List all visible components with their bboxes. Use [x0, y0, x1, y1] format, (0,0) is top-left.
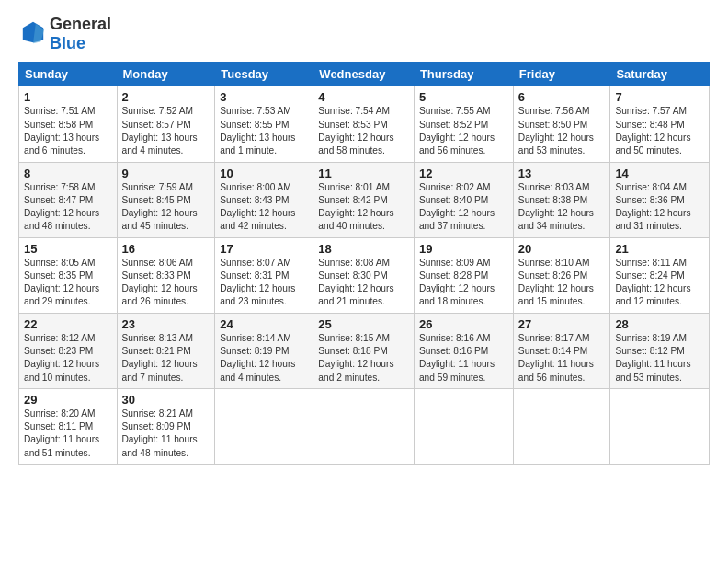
calendar-cell: 22Sunrise: 8:12 AMSunset: 8:23 PMDayligh…: [19, 313, 118, 388]
day-info: Sunrise: 8:01 AMSunset: 8:42 PMDaylight:…: [318, 181, 409, 234]
day-number: 26: [419, 317, 508, 331]
page: General Blue SundayMondayTuesdayWednesda…: [0, 0, 728, 474]
logo-icon: [20, 19, 46, 45]
day-info: Sunrise: 8:16 AMSunset: 8:16 PMDaylight:…: [419, 332, 508, 385]
day-number: 5: [419, 90, 508, 104]
calendar-cell: 3Sunrise: 7:53 AMSunset: 8:55 PMDaylight…: [215, 86, 313, 162]
logo-general: General: [50, 15, 111, 33]
day-number: 22: [24, 317, 112, 331]
calendar-cell: 19Sunrise: 8:09 AMSunset: 8:28 PMDayligh…: [414, 237, 513, 313]
weekday-header: Sunday: [19, 63, 118, 86]
day-number: 24: [220, 317, 308, 331]
day-info: Sunrise: 8:12 AMSunset: 8:23 PMDaylight:…: [24, 332, 112, 385]
day-info: Sunrise: 7:52 AMSunset: 8:57 PMDaylight:…: [122, 105, 210, 157]
weekday-header: Saturday: [610, 63, 710, 86]
calendar-cell: 30Sunrise: 8:21 AMSunset: 8:09 PMDayligh…: [117, 388, 215, 464]
day-info: Sunrise: 7:55 AMSunset: 8:52 PMDaylight:…: [419, 105, 508, 157]
day-info: Sunrise: 8:20 AMSunset: 8:11 PMDaylight:…: [24, 408, 112, 460]
calendar-cell: 7Sunrise: 7:57 AMSunset: 8:48 PMDaylight…: [610, 86, 710, 162]
day-number: 10: [220, 167, 308, 180]
logo-blue: Blue: [50, 34, 85, 52]
calendar-header-row: SundayMondayTuesdayWednesdayThursdayFrid…: [19, 63, 710, 86]
day-number: 11: [318, 167, 409, 180]
calendar-cell: 24Sunrise: 8:14 AMSunset: 8:19 PMDayligh…: [215, 313, 313, 388]
header: General Blue: [18, 15, 710, 52]
calendar-cell: 16Sunrise: 8:06 AMSunset: 8:33 PMDayligh…: [117, 237, 215, 313]
weekday-header: Friday: [513, 63, 610, 86]
day-number: 29: [24, 393, 112, 407]
calendar-week-row: 8Sunrise: 7:58 AMSunset: 8:47 PMDaylight…: [19, 162, 710, 237]
calendar-week-row: 29Sunrise: 8:20 AMSunset: 8:11 PMDayligh…: [19, 388, 710, 464]
day-info: Sunrise: 8:08 AMSunset: 8:30 PMDaylight:…: [318, 257, 409, 309]
day-number: 25: [318, 317, 409, 331]
calendar-cell: 8Sunrise: 7:58 AMSunset: 8:47 PMDaylight…: [19, 162, 118, 237]
day-number: 15: [24, 242, 112, 256]
calendar-cell: [513, 388, 610, 464]
day-info: Sunrise: 8:05 AMSunset: 8:35 PMDaylight:…: [24, 257, 112, 309]
calendar-cell: 13Sunrise: 8:03 AMSunset: 8:38 PMDayligh…: [513, 162, 610, 237]
day-info: Sunrise: 7:54 AMSunset: 8:53 PMDaylight:…: [318, 105, 409, 157]
logo: General Blue: [18, 15, 111, 52]
day-number: 16: [122, 242, 210, 256]
day-number: 6: [518, 90, 606, 104]
calendar-cell: 6Sunrise: 7:56 AMSunset: 8:50 PMDaylight…: [513, 86, 610, 162]
calendar-cell: 10Sunrise: 8:00 AMSunset: 8:43 PMDayligh…: [215, 162, 313, 237]
day-info: Sunrise: 8:17 AMSunset: 8:14 PMDaylight:…: [518, 332, 606, 385]
day-number: 27: [518, 317, 606, 331]
calendar-cell: 5Sunrise: 7:55 AMSunset: 8:52 PMDaylight…: [414, 86, 513, 162]
calendar-cell: 25Sunrise: 8:15 AMSunset: 8:18 PMDayligh…: [313, 313, 415, 388]
calendar-week-row: 1Sunrise: 7:51 AMSunset: 8:58 PMDaylight…: [19, 86, 710, 162]
calendar-cell: 2Sunrise: 7:52 AMSunset: 8:57 PMDaylight…: [117, 86, 215, 162]
day-number: 8: [24, 167, 112, 180]
day-number: 3: [220, 90, 308, 104]
day-number: 12: [419, 167, 508, 180]
calendar-cell: [313, 388, 415, 464]
calendar-cell: 15Sunrise: 8:05 AMSunset: 8:35 PMDayligh…: [19, 237, 118, 313]
calendar-cell: 4Sunrise: 7:54 AMSunset: 8:53 PMDaylight…: [313, 86, 415, 162]
day-number: 2: [122, 90, 210, 104]
calendar-week-row: 22Sunrise: 8:12 AMSunset: 8:23 PMDayligh…: [19, 313, 710, 388]
day-info: Sunrise: 7:58 AMSunset: 8:47 PMDaylight:…: [24, 181, 112, 234]
day-number: 1: [24, 90, 112, 104]
day-info: Sunrise: 8:13 AMSunset: 8:21 PMDaylight:…: [122, 332, 210, 385]
day-info: Sunrise: 8:07 AMSunset: 8:31 PMDaylight:…: [220, 257, 308, 309]
day-info: Sunrise: 8:10 AMSunset: 8:26 PMDaylight:…: [518, 257, 606, 309]
day-info: Sunrise: 7:57 AMSunset: 8:48 PMDaylight:…: [615, 105, 704, 157]
calendar-cell: 20Sunrise: 8:10 AMSunset: 8:26 PMDayligh…: [513, 237, 610, 313]
day-number: 30: [122, 393, 210, 407]
calendar-cell: 23Sunrise: 8:13 AMSunset: 8:21 PMDayligh…: [117, 313, 215, 388]
weekday-header: Tuesday: [215, 63, 313, 86]
calendar-cell: 18Sunrise: 8:08 AMSunset: 8:30 PMDayligh…: [313, 237, 415, 313]
day-info: Sunrise: 7:56 AMSunset: 8:50 PMDaylight:…: [518, 105, 606, 157]
day-number: 7: [615, 90, 704, 104]
day-info: Sunrise: 8:15 AMSunset: 8:18 PMDaylight:…: [318, 332, 409, 385]
day-number: 21: [615, 242, 704, 256]
calendar-cell: [215, 388, 313, 464]
calendar-cell: 17Sunrise: 8:07 AMSunset: 8:31 PMDayligh…: [215, 237, 313, 313]
calendar-cell: 12Sunrise: 8:02 AMSunset: 8:40 PMDayligh…: [414, 162, 513, 237]
day-info: Sunrise: 7:59 AMSunset: 8:45 PMDaylight:…: [122, 181, 210, 234]
calendar-cell: 27Sunrise: 8:17 AMSunset: 8:14 PMDayligh…: [513, 313, 610, 388]
weekday-header: Wednesday: [313, 63, 415, 86]
weekday-header: Thursday: [414, 63, 513, 86]
day-info: Sunrise: 8:09 AMSunset: 8:28 PMDaylight:…: [419, 257, 508, 309]
day-number: 4: [318, 90, 409, 104]
day-number: 13: [518, 167, 606, 180]
day-number: 17: [220, 242, 308, 256]
day-number: 23: [122, 317, 210, 331]
day-info: Sunrise: 8:02 AMSunset: 8:40 PMDaylight:…: [419, 181, 508, 234]
day-info: Sunrise: 8:00 AMSunset: 8:43 PMDaylight:…: [220, 181, 308, 234]
calendar-cell: 14Sunrise: 8:04 AMSunset: 8:36 PMDayligh…: [610, 162, 710, 237]
day-number: 18: [318, 242, 409, 256]
calendar-cell: 28Sunrise: 8:19 AMSunset: 8:12 PMDayligh…: [610, 313, 710, 388]
weekday-header: Monday: [117, 63, 215, 86]
calendar-cell: 11Sunrise: 8:01 AMSunset: 8:42 PMDayligh…: [313, 162, 415, 237]
day-info: Sunrise: 7:53 AMSunset: 8:55 PMDaylight:…: [220, 105, 308, 157]
day-number: 9: [122, 167, 210, 180]
day-info: Sunrise: 7:51 AMSunset: 8:58 PMDaylight:…: [24, 105, 112, 157]
day-number: 19: [419, 242, 508, 256]
day-info: Sunrise: 8:14 AMSunset: 8:19 PMDaylight:…: [220, 332, 308, 385]
calendar-cell: 21Sunrise: 8:11 AMSunset: 8:24 PMDayligh…: [610, 237, 710, 313]
day-info: Sunrise: 8:21 AMSunset: 8:09 PMDaylight:…: [122, 408, 210, 460]
calendar-cell: 1Sunrise: 7:51 AMSunset: 8:58 PMDaylight…: [19, 86, 118, 162]
